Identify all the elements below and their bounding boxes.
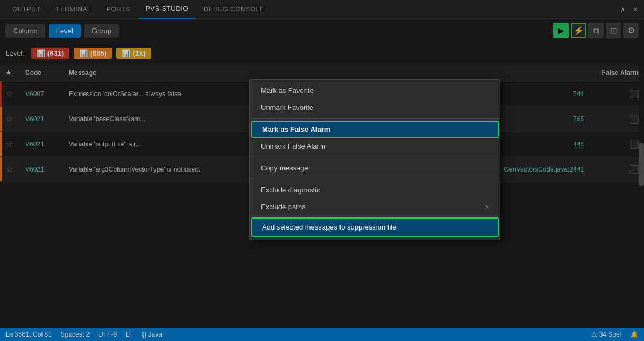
menu-item-mark-false-alarm[interactable]: Mark as False Alarm [251, 121, 499, 138]
menu-item-mark-favorite[interactable]: Mark as Favorite [250, 82, 500, 99]
level-badge-error[interactable]: 📊 (631) [31, 48, 69, 59]
star-toggle[interactable]: ☆ [5, 89, 25, 99]
false-alarm-checkbox[interactable] [630, 140, 639, 149]
toolbar: Column Level Group ▶ ⚡ ⧉ ⊡ ⚙ [0, 19, 644, 42]
menu-item-add-suppression[interactable]: Add selected messages to suppression fil… [251, 217, 499, 237]
warning-bar-icon: 📊 [79, 49, 88, 57]
info-bar-icon: 📊 [122, 49, 130, 57]
false-alarm-cell [589, 165, 639, 174]
warning-count: (885) [90, 49, 106, 57]
level-badge-warning[interactable]: 📊 (885) [74, 48, 112, 59]
status-spaces: Spaces: 2 [61, 331, 90, 338]
false-alarm-cell [589, 90, 639, 98]
menu-item-exclude-paths[interactable]: Exclude paths > [250, 198, 500, 215]
menu-item-unmark-false-alarm[interactable]: Unmark False Alarm [250, 138, 500, 155]
error-bar-icon: 📊 [37, 49, 45, 57]
error-count: (631) [47, 49, 64, 57]
false-alarm-cell [589, 115, 639, 124]
submenu-arrow-icon: > [485, 203, 489, 211]
tab-output[interactable]: OUTPUT [4, 0, 48, 19]
menu-divider-3 [250, 179, 500, 179]
scrollbar-track[interactable] [639, 19, 644, 328]
false-alarm-checkbox[interactable] [630, 90, 639, 98]
tab-bar: OUTPUT TERMINAL PORTS PVS-STUDIO DEBUG C… [0, 0, 644, 19]
false-alarm-cell [589, 140, 639, 149]
diagnostic-code[interactable]: V6007 [25, 90, 69, 98]
column-button[interactable]: Column [5, 24, 45, 38]
status-bar: Ln 3561, Col 81 Spaces: 2 UTF-8 LF {} Ja… [0, 328, 644, 341]
status-right: ⚠ 34 Spell 🔔 [591, 331, 639, 338]
status-eol: LF [126, 331, 133, 338]
menu-item-unmark-favorite[interactable]: Unmark Favorite [250, 99, 500, 116]
level-button[interactable]: Level [49, 24, 81, 38]
severity-indicator [0, 81, 2, 106]
lightning-button[interactable]: ⚡ [571, 23, 586, 38]
header-message[interactable]: Message [69, 69, 480, 77]
tab-bar-actions: ∧ × [618, 4, 640, 15]
diagnostic-code[interactable]: V6021 [25, 140, 69, 148]
menu-item-copy-message[interactable]: Copy message [250, 160, 500, 177]
false-alarm-checkbox[interactable] [630, 115, 639, 124]
close-panel-icon[interactable]: × [631, 4, 640, 15]
header-false-alarm: False Alarm [589, 69, 639, 77]
status-ln-col: Ln 3561, Col 81 [5, 331, 52, 338]
lightning-icon: ⚡ [574, 26, 584, 36]
star-toggle[interactable]: ☆ [5, 164, 25, 174]
play-button[interactable]: ▶ [553, 23, 569, 38]
header-star: ★ [5, 69, 25, 77]
tab-terminal[interactable]: TERMINAL [48, 0, 99, 19]
scrollbar-thumb[interactable] [639, 143, 644, 186]
group-button[interactable]: Group [84, 24, 119, 38]
status-encoding: UTF-8 [98, 331, 117, 338]
diagnostic-code[interactable]: V6021 [25, 166, 69, 173]
star-toggle[interactable]: ☆ [5, 114, 25, 124]
false-alarm-checkbox[interactable] [630, 165, 639, 174]
tab-debug[interactable]: DEBUG CONSOLE [196, 0, 272, 19]
level-label: Level: [5, 49, 25, 57]
level-badge-info[interactable]: 📊 (1k) [116, 48, 151, 59]
header-code[interactable]: Code [25, 69, 69, 77]
window-icon: ⊡ [610, 26, 617, 36]
star-toggle[interactable]: ☆ [5, 139, 25, 149]
copy-button[interactable]: ⧉ [588, 23, 604, 38]
menu-divider-2 [250, 157, 500, 157]
status-warnings[interactable]: ⚠ 34 Spell [591, 331, 623, 338]
severity-indicator [0, 132, 2, 156]
status-language[interactable]: {} Java [142, 331, 162, 338]
play-icon: ▶ [558, 26, 564, 36]
collapse-panel-icon[interactable]: ∧ [618, 4, 628, 15]
settings-button[interactable]: ⚙ [623, 23, 639, 38]
context-menu: Mark as Favorite Unmark Favorite Mark as… [249, 79, 500, 240]
level-row: Level: 📊 (631) 📊 (885) 📊 (1k) [0, 42, 644, 64]
severity-indicator [0, 157, 2, 181]
tab-pvsstudio[interactable]: PVS-STUDIO [138, 0, 196, 19]
toolbar-right: ▶ ⚡ ⧉ ⊡ ⚙ [553, 23, 639, 38]
window-button[interactable]: ⊡ [606, 23, 621, 38]
notification-bell-icon[interactable]: 🔔 [630, 331, 639, 338]
copy-icon: ⧉ [593, 26, 599, 36]
menu-divider [250, 118, 500, 119]
tab-ports[interactable]: PORTS [99, 0, 138, 19]
severity-indicator [0, 107, 2, 131]
info-count: (1k) [133, 49, 145, 57]
settings-icon: ⚙ [628, 26, 635, 36]
menu-item-exclude-diagnostic[interactable]: Exclude diagnostic [250, 181, 500, 198]
diagnostic-code[interactable]: V6021 [25, 115, 69, 123]
